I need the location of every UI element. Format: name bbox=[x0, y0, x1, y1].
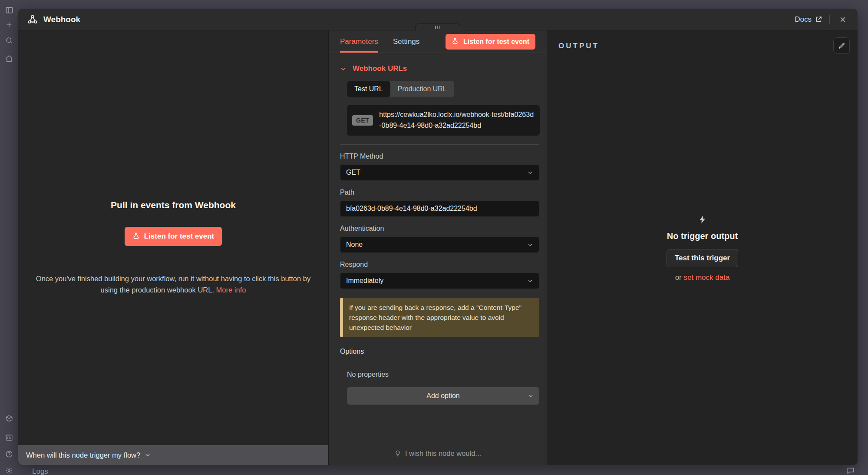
node-details-modal: Webhook Docs Pull in events from Webhook bbox=[18, 9, 858, 465]
parameters-scroll-area: Webhook URLs Test URL Production URL GET… bbox=[329, 53, 547, 465]
header-separator bbox=[829, 15, 830, 24]
no-properties-text: No properties bbox=[347, 371, 539, 379]
panel-toggle-icon[interactable] bbox=[4, 5, 14, 15]
http-method-badge: GET bbox=[352, 115, 373, 126]
tabs-row: Parameters Settings Listen for test even… bbox=[329, 30, 547, 53]
docs-link[interactable]: Docs bbox=[795, 15, 822, 24]
respond-field: Respond Immediately bbox=[340, 261, 539, 289]
webhook-urls-section-toggle[interactable]: Webhook URLs bbox=[340, 64, 539, 73]
input-panel: Pull in events from Webhook Listen for t… bbox=[18, 30, 329, 465]
chevron-down-icon bbox=[527, 278, 533, 284]
test-this-trigger-button[interactable]: Test this trigger bbox=[667, 249, 738, 267]
content-type-notice: If you are sending back a response, add … bbox=[340, 298, 539, 338]
listen-test-event-label: Listen for test event bbox=[144, 232, 215, 241]
url-environment-toggle: Test URL Production URL bbox=[347, 81, 454, 97]
external-link-icon bbox=[815, 16, 822, 23]
chevron-down-icon bbox=[527, 169, 533, 176]
respond-label: Respond bbox=[340, 261, 539, 269]
http-method-label: HTTP Method bbox=[340, 153, 539, 160]
settings-gear-icon[interactable] bbox=[4, 466, 14, 475]
logs-label[interactable]: Logs bbox=[32, 467, 48, 475]
authentication-select[interactable]: None bbox=[340, 236, 539, 253]
help-icon[interactable] bbox=[4, 449, 14, 459]
node-feedback-label: I wish this node would... bbox=[405, 449, 481, 458]
listen-test-event-button[interactable]: Listen for test event bbox=[125, 227, 222, 246]
webhook-url-text: https://cewkua2lko.loclx.io/webhook-test… bbox=[379, 110, 535, 131]
trigger-footer-label: When will this node trigger my flow? bbox=[26, 451, 140, 459]
respond-select[interactable]: Immediately bbox=[340, 272, 539, 289]
set-mock-data-link[interactable]: set mock data bbox=[684, 273, 730, 282]
test-url-segment[interactable]: Test URL bbox=[347, 81, 390, 97]
production-url-segment[interactable]: Production URL bbox=[390, 81, 454, 97]
options-label: Options bbox=[340, 348, 539, 361]
section-divider bbox=[340, 144, 539, 145]
add-icon[interactable] bbox=[4, 20, 14, 30]
node-title: Webhook bbox=[43, 15, 80, 24]
modal-body: Pull in events from Webhook Listen for t… bbox=[18, 30, 858, 465]
webhook-url-box[interactable]: GET https://cewkua2lko.loclx.io/webhook-… bbox=[347, 105, 540, 136]
chevron-down-icon bbox=[527, 242, 533, 248]
authentication-field: Authentication None bbox=[340, 225, 539, 253]
add-option-label: Add option bbox=[426, 392, 460, 400]
insights-icon[interactable] bbox=[4, 433, 14, 442]
authentication-value: None bbox=[346, 241, 363, 249]
flask-icon bbox=[132, 233, 140, 240]
webhook-node-icon bbox=[27, 14, 38, 25]
http-method-select[interactable]: GET bbox=[340, 164, 539, 181]
tab-parameters[interactable]: Parameters bbox=[340, 31, 378, 53]
parameters-panel: Parameters Settings Listen for test even… bbox=[329, 30, 547, 465]
path-input[interactable] bbox=[340, 200, 539, 217]
no-trigger-output-title: No trigger output bbox=[667, 231, 738, 241]
lightbulb-icon bbox=[394, 450, 401, 457]
authentication-label: Authentication bbox=[340, 225, 539, 233]
webhook-urls-title: Webhook URLs bbox=[353, 64, 407, 73]
listen-test-event-button-top[interactable]: Listen for test event bbox=[446, 34, 535, 50]
templates-icon[interactable] bbox=[4, 414, 14, 423]
more-info-link[interactable]: More info bbox=[216, 286, 246, 294]
panel-drag-handle[interactable] bbox=[415, 23, 460, 31]
search-icon[interactable] bbox=[4, 36, 14, 45]
chevron-down-icon bbox=[340, 66, 347, 72]
flask-icon bbox=[452, 38, 459, 45]
output-panel: OUTPUT No trigger output Test this trigg… bbox=[547, 30, 858, 465]
lightning-bolt-icon bbox=[698, 214, 707, 225]
path-field: Path bbox=[340, 189, 539, 217]
docs-link-label: Docs bbox=[795, 15, 812, 24]
or-text: or bbox=[675, 273, 682, 282]
add-option-button[interactable]: Add option bbox=[347, 387, 539, 405]
respond-value: Immediately bbox=[346, 277, 383, 285]
trigger-description: Once you've finished building your workf… bbox=[30, 273, 317, 296]
trigger-heading: Pull in events from Webhook bbox=[111, 200, 236, 210]
node-feedback-link[interactable]: I wish this node would... bbox=[329, 442, 547, 465]
http-method-field: HTTP Method GET bbox=[340, 153, 539, 181]
mock-data-line: or set mock data bbox=[675, 273, 730, 282]
trigger-footer-question[interactable]: When will this node trigger my flow? bbox=[18, 445, 328, 465]
home-icon[interactable] bbox=[4, 54, 14, 63]
app-sidebar bbox=[0, 0, 18, 475]
tab-settings[interactable]: Settings bbox=[393, 31, 419, 53]
path-label: Path bbox=[340, 189, 539, 196]
chevron-down-icon bbox=[145, 452, 151, 458]
chat-icon[interactable] bbox=[846, 466, 856, 475]
close-icon[interactable] bbox=[837, 15, 849, 24]
listen-test-event-label: Listen for test event bbox=[463, 38, 529, 46]
http-method-value: GET bbox=[346, 169, 360, 176]
sidebar-divider bbox=[2, 49, 15, 49]
output-empty-state: No trigger output Test this trigger or s… bbox=[547, 30, 858, 465]
chevron-down-icon bbox=[528, 393, 534, 399]
